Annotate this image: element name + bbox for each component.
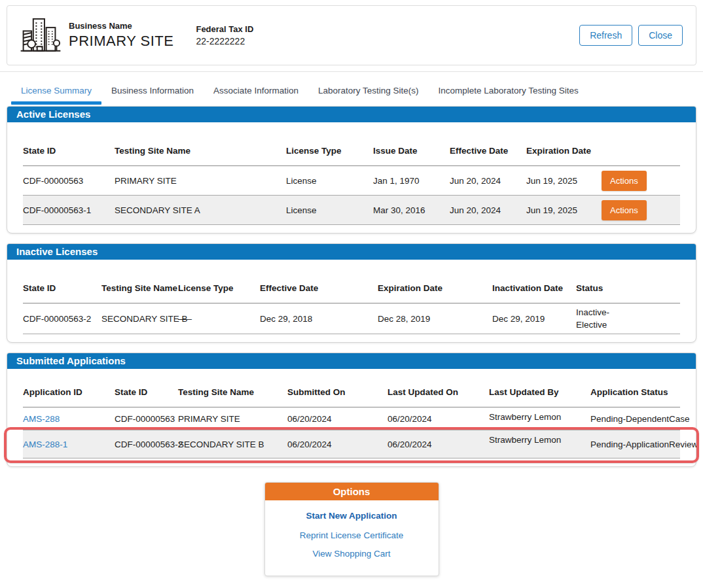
business-name-value: PRIMARY SITE (69, 33, 173, 50)
col-effective-date: Effective Date (450, 122, 526, 166)
close-button[interactable]: Close (638, 25, 683, 46)
col-submitted-on: Submitted On (287, 369, 388, 407)
cell-state-id: CDF-00000563-2 (115, 430, 178, 458)
header-divider (0, 71, 703, 72)
inactive-licenses-table: State ID Testing Site Name License Type … (23, 260, 680, 334)
table-header-row: State ID Testing Site Name License Type … (23, 122, 680, 166)
table-header-row: Application ID State ID Testing Site Nam… (23, 369, 680, 407)
cell-license-type: —– (178, 303, 260, 334)
cell-inactivation-date: Dec 29, 2019 (492, 303, 576, 334)
cell-last-updated-on: 06/20/2024 (388, 430, 489, 458)
cell-last-updated-by: Strawberry Lemon (489, 430, 590, 458)
col-expiration-date: Expiration Date (378, 260, 492, 303)
federal-tax-id-value: 22-2222222 (196, 36, 253, 46)
cell-effective-date: Dec 29, 2018 (260, 303, 378, 334)
cell-expiration-date: Jun 19, 2025 (526, 196, 602, 225)
active-licenses-title: Active Licenses (7, 107, 696, 122)
submitted-applications-title: Submitted Applications (7, 353, 696, 369)
cell-state-id: CDF-00000563-2 (23, 303, 101, 334)
business-name-label: Business Name (69, 21, 173, 31)
refresh-button[interactable]: Refresh (579, 25, 632, 46)
header-band: Business Name PRIMARY SITE Federal Tax I… (0, 5, 703, 72)
cell-site-name: SECONDARY SITE A (115, 196, 286, 225)
tab-license-summary[interactable]: License Summary (11, 86, 101, 105)
table-row: CDF-00000563 PRIMARY SITE License Jan 1,… (23, 166, 680, 196)
col-license-type: License Type (286, 122, 373, 166)
col-state-id: State ID (23, 260, 101, 303)
tab-business-information[interactable]: Business Information (101, 86, 204, 105)
col-last-updated-by: Last Updated By (489, 369, 590, 407)
col-issue-date: Issue Date (373, 122, 450, 166)
cell-application-status: Pending-DependentCase (590, 407, 680, 430)
col-application-id: Application ID (23, 369, 115, 407)
business-header-card: Business Name PRIMARY SITE Federal Tax I… (7, 5, 696, 65)
cell-state-id: CDF-00000563 (23, 166, 115, 196)
cell-site-name: SECONDARY SITE B (178, 430, 287, 458)
tab-bar: License Summary Business Information Ass… (11, 86, 703, 105)
federal-tax-id-field: Federal Tax ID 22-2222222 (196, 24, 253, 46)
cell-expiration-date: Dec 28, 2019 (378, 303, 492, 334)
active-licenses-section: Active Licenses State ID Testing Site Na… (7, 106, 696, 233)
cell-state-id: CDF-00000563-1 (23, 196, 115, 225)
application-id-link[interactable]: AMS-288 (23, 414, 60, 424)
view-shopping-cart-link[interactable]: View Shopping Cart (265, 549, 439, 559)
col-effective-date: Effective Date (260, 260, 378, 303)
cell-state-id: CDF-00000563 (115, 407, 178, 430)
cell-site-name: PRIMARY SITE (115, 166, 286, 196)
cell-application-status: Pending-ApplicationReview (590, 430, 680, 458)
table-row-highlighted: AMS-288-1 CDF-00000563-2 SECONDARY SITE … (23, 430, 680, 458)
inactive-licenses-section: Inactive Licenses State ID Testing Site … (7, 243, 696, 343)
inactive-licenses-title: Inactive Licenses (7, 244, 696, 260)
actions-button[interactable]: Actions (602, 171, 647, 191)
table-row: CDF-00000563-1 SECONDARY SITE A License … (23, 196, 680, 225)
col-state-id: State ID (115, 369, 178, 407)
cell-license-type: License (286, 196, 373, 225)
tab-laboratory-testing-sites[interactable]: Laboratory Testing Site(s) (308, 86, 429, 105)
federal-tax-id-label: Federal Tax ID (196, 24, 253, 34)
col-testing-site-name: Testing Site Name (178, 369, 287, 407)
business-name-field: Business Name PRIMARY SITE (69, 21, 173, 50)
col-state-id: State ID (23, 122, 115, 166)
options-title: Options (265, 483, 439, 500)
tab-incomplete-laboratory-testing-sites[interactable]: Incomplete Laboratory Testing Sites (429, 86, 588, 105)
buildings-icon (19, 14, 62, 57)
cell-site-name: SECONDARY SITE B (101, 303, 178, 334)
reprint-license-certificate-link[interactable]: Reprint License Certificate (265, 530, 439, 540)
col-testing-site-name: Testing Site Name (101, 260, 178, 303)
table-row: CDF-00000563-2 SECONDARY SITE B —– Dec 2… (23, 303, 680, 334)
col-license-type: License Type (178, 260, 260, 303)
col-actions (602, 122, 680, 166)
options-panel: Options Start New Application Reprint Li… (264, 482, 439, 576)
cell-status: Inactive-Elective (576, 306, 623, 331)
cell-last-updated-on: 06/20/2024 (388, 407, 489, 430)
cell-issue-date: Mar 30, 2016 (373, 196, 450, 225)
active-licenses-table: State ID Testing Site Name License Type … (23, 122, 680, 225)
cell-expiration-date: Jun 19, 2025 (526, 166, 602, 196)
col-expiration-date: Expiration Date (526, 122, 602, 166)
application-id-link[interactable]: AMS-288-1 (23, 440, 67, 449)
cell-last-updated-by: Strawberry Lemon (489, 407, 590, 430)
cell-site-name: PRIMARY SITE (178, 407, 287, 430)
tab-associate-information[interactable]: Associate Information (204, 86, 308, 105)
cell-license-type: License (286, 166, 373, 196)
col-testing-site-name: Testing Site Name (115, 122, 286, 166)
submitted-applications-section: Submitted Applications Application ID St… (7, 353, 696, 467)
col-inactivation-date: Inactivation Date (492, 260, 576, 303)
col-status: Status (576, 260, 680, 303)
cell-effective-date: Jun 20, 2024 (450, 196, 526, 225)
cell-submitted-on: 06/20/2024 (287, 407, 388, 430)
col-last-updated-on: Last Updated On (388, 369, 489, 407)
cell-submitted-on: 06/20/2024 (287, 430, 388, 458)
cell-issue-date: Jan 1, 1970 (373, 166, 450, 196)
table-header-row: State ID Testing Site Name License Type … (23, 260, 680, 303)
col-application-status: Application Status (590, 369, 680, 407)
start-new-application-link[interactable]: Start New Application (265, 511, 439, 521)
actions-button[interactable]: Actions (602, 200, 647, 220)
cell-effective-date: Jun 20, 2024 (450, 166, 526, 196)
table-row: AMS-288 CDF-00000563 PRIMARY SITE 06/20/… (23, 407, 680, 430)
submitted-applications-table: Application ID State ID Testing Site Nam… (23, 369, 680, 458)
